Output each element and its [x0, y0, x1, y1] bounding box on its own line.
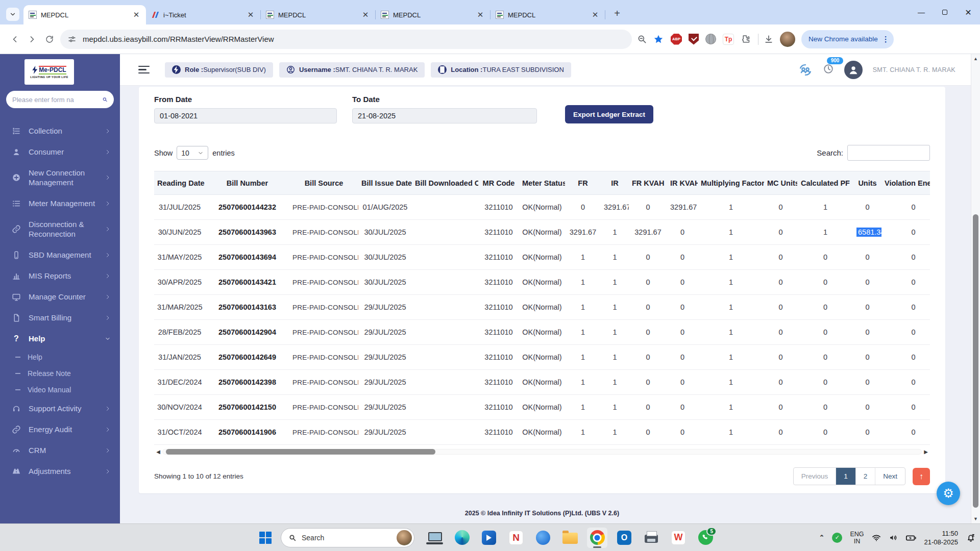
browser-tab-3[interactable]: MEPDCL✕: [261, 5, 375, 24]
sidebar-item-consumer[interactable]: Consumer: [0, 141, 120, 162]
sidebar-subitem-release-note[interactable]: Release Note: [0, 365, 120, 382]
edge-app-icon[interactable]: [452, 528, 472, 548]
sidebar-item-collection[interactable]: Collection: [0, 120, 120, 141]
pagination-previous-button[interactable]: Previous: [794, 468, 836, 485]
forward-button[interactable]: [23, 31, 41, 48]
pagination-page-2[interactable]: 2: [855, 468, 875, 485]
scroll-right-icon[interactable]: ▶: [922, 449, 930, 455]
column-header[interactable]: IR: [601, 171, 629, 195]
user-avatar[interactable]: [844, 61, 863, 79]
to-date-input[interactable]: [352, 108, 537, 123]
sidebar-subitem-help[interactable]: Help: [0, 349, 120, 365]
volume-icon[interactable]: [889, 533, 898, 542]
whatsapp-app-icon[interactable]: 5: [695, 528, 716, 548]
app-logo[interactable]: Me-PDCL LIGHTING UP YOUR LIFE: [24, 59, 74, 85]
zoom-icon[interactable]: [637, 34, 647, 44]
column-header[interactable]: MC Units: [764, 171, 797, 195]
page-size-select[interactable]: 10: [177, 146, 208, 160]
wps-app-icon[interactable]: W: [668, 528, 689, 548]
search-highlight-photo[interactable]: [397, 530, 412, 545]
taskbar-clock[interactable]: 11:50 21-08-2025: [924, 529, 959, 546]
column-header[interactable]: FR KVAH: [629, 171, 667, 195]
scroll-up-icon[interactable]: ▲: [971, 56, 980, 61]
sidebar-item-energy-audit[interactable]: Energy Audit: [0, 419, 120, 440]
hidden-icons-chevron[interactable]: ⌃: [819, 534, 825, 541]
files-app-icon[interactable]: [425, 528, 445, 548]
sidebar-subitem-video-manual[interactable]: Video Manual: [0, 382, 120, 398]
browser-tab-4[interactable]: MEPDCL✕: [376, 5, 490, 24]
scroll-down-icon[interactable]: ▼: [971, 516, 980, 521]
tab-search-button[interactable]: [6, 8, 19, 21]
sidebar-item-adjustments[interactable]: Adjustments: [0, 461, 120, 482]
export-ledger-button[interactable]: Export Ledger Extract: [565, 105, 653, 123]
column-header[interactable]: Violation Energy: [881, 171, 930, 195]
vertical-scrollbar[interactable]: ▲ ▼: [971, 54, 980, 523]
tab-close-icon[interactable]: ✕: [361, 10, 370, 19]
tab-close-icon[interactable]: ✕: [132, 10, 141, 19]
sidebar-item-mis-reports[interactable]: MIS Reports: [0, 265, 120, 286]
vertical-scroll-thumb[interactable]: [973, 214, 978, 508]
tab-close-icon[interactable]: ✕: [476, 10, 485, 19]
blue-arrow-app-icon[interactable]: [479, 528, 499, 548]
session-timer[interactable]: 900: [823, 63, 834, 77]
wifi-icon[interactable]: [872, 533, 881, 542]
adblock-extension-icon[interactable]: ABP: [671, 34, 682, 45]
red-n-app-icon[interactable]: N: [506, 528, 526, 548]
scroll-left-icon[interactable]: ◀: [154, 449, 162, 455]
scroll-to-top-button[interactable]: ↑: [913, 468, 930, 485]
taskbar-search[interactable]: Search: [281, 528, 414, 547]
window-maximize-button[interactable]: [933, 0, 957, 24]
column-header[interactable]: Multiplying Factor: [698, 171, 764, 195]
from-date-input[interactable]: [154, 108, 337, 123]
browser-profile-avatar[interactable]: [780, 32, 795, 47]
shield-extension-icon[interactable]: [689, 34, 699, 45]
column-header[interactable]: Bill Downloaded On: [412, 171, 478, 195]
sidebar-item-sbd-management[interactable]: SBD Management: [0, 244, 120, 265]
outlook-app-icon[interactable]: O: [614, 528, 634, 548]
chrome-update-pill[interactable]: New Chrome available ⋮: [801, 30, 894, 48]
column-header[interactable]: Units: [853, 171, 881, 195]
reload-button[interactable]: [41, 31, 58, 48]
sidebar-item-disconnection-reconnection[interactable]: Disconnection & Reconnection: [0, 214, 120, 244]
sidebar-search-input[interactable]: [12, 96, 102, 104]
column-header[interactable]: FR: [565, 171, 601, 195]
browser-tab-5[interactable]: MEPDCL✕: [491, 5, 605, 24]
column-header[interactable]: Bill Source: [289, 171, 358, 195]
new-tab-button[interactable]: +: [610, 8, 624, 19]
battery-icon[interactable]: [905, 532, 917, 543]
sidebar-item-smart-billing[interactable]: Smart Billing: [0, 307, 120, 328]
notifications-bell-icon[interactable]: [966, 533, 976, 543]
back-button[interactable]: [6, 31, 23, 48]
column-header[interactable]: Bill Issue Date: [358, 171, 412, 195]
address-bar[interactable]: mepdcl.ubs.ieasybill.com/RRMasterView/RR…: [60, 30, 632, 49]
hamburger-menu-icon[interactable]: [138, 66, 150, 74]
globe-extension-icon[interactable]: [705, 34, 716, 44]
sidebar-item-new-connection-management[interactable]: New Connection Management: [0, 162, 120, 193]
start-button[interactable]: [255, 528, 276, 548]
sidebar-item-meter-management[interactable]: Meter Management: [0, 193, 120, 214]
browser-tab-1[interactable]: MEPDCL✕: [23, 5, 146, 24]
window-close-button[interactable]: ✕: [957, 0, 980, 24]
sidebar-item-crm[interactable]: CRM: [0, 440, 120, 461]
column-header[interactable]: Bill Number: [205, 171, 289, 195]
sidebar-item-manage-counter[interactable]: Manage Counter: [0, 286, 120, 307]
antivirus-tray-icon[interactable]: ✓: [832, 533, 842, 543]
column-header[interactable]: Calculated PF: [797, 171, 853, 195]
file-explorer-icon[interactable]: [560, 528, 580, 548]
column-header[interactable]: IR KVAH: [667, 171, 698, 195]
sidebar-item-help[interactable]: ?Help: [0, 328, 120, 349]
tab-close-icon[interactable]: ✕: [246, 10, 255, 19]
sidebar-item-support-activity[interactable]: Support Activity: [0, 398, 120, 419]
blue-circle-app-icon[interactable]: [533, 528, 553, 548]
extensions-puzzle-icon[interactable]: [741, 34, 751, 44]
column-header[interactable]: Meter Status: [519, 171, 565, 195]
language-indicator[interactable]: ENG IN: [850, 531, 864, 545]
chrome-app-icon[interactable]: [587, 528, 607, 548]
settings-fab-button[interactable]: ⚙: [937, 482, 960, 505]
browser-tab-2[interactable]: i~Ticket✕: [146, 5, 260, 24]
column-header[interactable]: MR Code: [478, 171, 519, 195]
pagination-page-1[interactable]: 1: [836, 468, 855, 485]
user-group-icon[interactable]: [798, 63, 813, 77]
table-search-input[interactable]: [847, 145, 930, 161]
site-settings-icon[interactable]: [67, 35, 77, 44]
